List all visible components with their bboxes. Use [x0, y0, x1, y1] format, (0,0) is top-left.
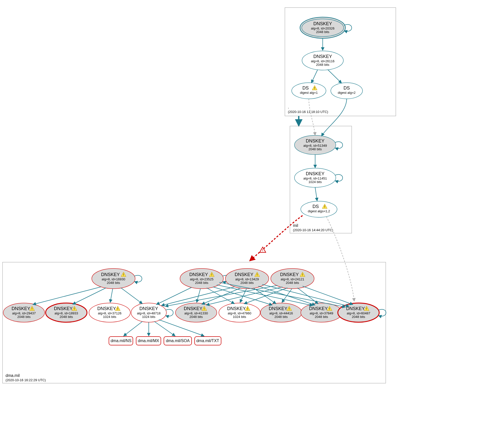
svg-text:!: !	[32, 307, 33, 311]
svg-text:1024 bits: 1024 bits	[103, 315, 116, 319]
svg-text:DNSKEY: DNSKEY	[306, 138, 324, 143]
node-dnskey-29437[interactable]: DNSKEY alg=8, id=29437 2048 bits !	[3, 303, 45, 322]
zone-dma-label: dma.mil	[6, 373, 20, 378]
node-dnskey-11451[interactable]: DNSKEY alg=8, id=11451 1024 bits	[294, 168, 336, 187]
svg-text:1024 bits: 1024 bits	[233, 315, 246, 319]
edge-selfloop	[335, 174, 343, 181]
svg-text:DNSKEY: DNSKEY	[313, 21, 332, 26]
node-dnskey-18933[interactable]: DNSKEY alg=8, id=18933 2048 bits !	[46, 303, 87, 322]
svg-text:DS: DS	[312, 204, 319, 209]
svg-text:!: !	[211, 273, 212, 277]
svg-text:2048 bits: 2048 bits	[190, 315, 203, 319]
svg-text:2048 bits: 2048 bits	[275, 315, 288, 319]
svg-text:DNSKEY: DNSKEY	[227, 306, 246, 311]
node-dnskey-23525[interactable]: DNSKEY alg=8, id=23525 2048 bits !	[180, 268, 223, 289]
svg-text:DNSKEY: DNSKEY	[235, 272, 253, 277]
svg-text:!: !	[366, 307, 367, 311]
svg-text:!: !	[74, 307, 75, 311]
svg-text:1024 bits: 1024 bits	[142, 315, 156, 319]
svg-text:!: !	[324, 205, 325, 208]
svg-text:1024 bits: 1024 bits	[309, 180, 322, 184]
svg-text:2048 bits: 2048 bits	[316, 63, 330, 67]
zone-mil-timestamp: (2020-10-16 14:44:20 UTC)	[293, 228, 333, 232]
svg-text:!: !	[204, 307, 205, 311]
node-dnskey-44416[interactable]: DNSKEY alg=8, id=44416 2048 bits !	[260, 303, 302, 322]
svg-text:dma.mil/MX: dma.mil/MX	[138, 339, 159, 343]
svg-text:DNSKEY: DNSKEY	[54, 306, 73, 311]
node-dnskey-41330[interactable]: DNSKEY alg=8, id=41330 2048 bits !	[175, 303, 217, 322]
edge-selfloop	[335, 142, 343, 148]
svg-text:dma.mil/NS: dma.mil/NS	[111, 339, 132, 343]
node-dnskey-13429[interactable]: DNSKEY alg=8, id=13429 2048 bits !	[225, 268, 269, 289]
node-dnskey-20326[interactable]: DNSKEY alg=8, id=20326 2048 bits	[300, 17, 345, 38]
svg-text:alg=8, id=23525: alg=8, id=23525	[190, 277, 213, 281]
svg-text:alg=8, id=18933: alg=8, id=18933	[54, 311, 78, 315]
edge-ds1-to-milksk	[309, 99, 315, 135]
svg-text:2048 bits: 2048 bits	[107, 281, 120, 285]
edge-mil-to-dma-error	[250, 216, 303, 261]
svg-text:DNSKEY: DNSKEY	[97, 306, 116, 311]
rrset-ns[interactable]: dma.mil/NS	[109, 337, 133, 345]
node-dnskey-37126[interactable]: DNSKEY alg=8, id=37126 1024 bits !	[89, 303, 130, 322]
zone-mil-label: mil	[293, 223, 298, 228]
node-dnskey-51349[interactable]: DNSKEY alg=8, id=51349 2048 bits	[294, 135, 336, 155]
svg-text:alg=8, id=37849: alg=8, id=37849	[310, 311, 333, 315]
svg-text:alg=8, id=29437: alg=8, id=29437	[12, 311, 36, 315]
svg-text:alg=8, id=20326: alg=8, id=20326	[311, 26, 334, 30]
node-dnskey-16930[interactable]: DNSKEY alg=8, id=16930 2048 bits !	[92, 268, 135, 289]
svg-text:2048 bits: 2048 bits	[316, 30, 330, 34]
svg-text:digest alg=1: digest alg=1	[300, 91, 318, 95]
svg-text:alg=8, id=60487: alg=8, id=60487	[347, 311, 370, 315]
node-dnskey-48718[interactable]: DNSKEY alg=8, id=48718 1024 bits	[131, 303, 166, 322]
zone-root: . (2020-10-16 11:18:10 UTC) DNSKEY alg=8…	[285, 8, 396, 116]
svg-text:DNSKEY: DNSKEY	[189, 272, 208, 277]
svg-text:2048 bits: 2048 bits	[195, 281, 208, 285]
zone-dma-timestamp: (2020-10-16 16:22:29 UTC)	[6, 378, 46, 382]
svg-text:!: !	[117, 307, 118, 311]
svg-text:2048 bits: 2048 bits	[315, 315, 328, 319]
svg-text:2048 bits: 2048 bits	[60, 315, 73, 319]
svg-text:2048 bits: 2048 bits	[352, 315, 365, 319]
svg-text:DNSKEY: DNSKEY	[306, 171, 324, 176]
svg-text:dma.mil/SOA: dma.mil/SOA	[166, 339, 190, 343]
node-dnskey-60487[interactable]: DNSKEY alg=8, id=60487 2048 bits !	[338, 303, 379, 322]
svg-text:DNSKEY: DNSKEY	[184, 306, 202, 311]
svg-text:DNSKEY: DNSKEY	[269, 306, 287, 311]
svg-text:2048 bits: 2048 bits	[309, 147, 322, 151]
svg-text:alg=8, id=48718: alg=8, id=48718	[137, 311, 160, 315]
svg-text:2048 bits: 2048 bits	[241, 281, 254, 285]
svg-text:digest algs=1,2: digest algs=1,2	[308, 209, 330, 213]
svg-text:!: !	[314, 86, 315, 90]
node-ds-alg2[interactable]: DS digest alg=2	[331, 83, 363, 99]
svg-text:DNSKEY: DNSKEY	[139, 306, 158, 311]
svg-text:DNSKEY: DNSKEY	[346, 306, 365, 311]
node-ds-alg1[interactable]: DS digest alg=1 !	[292, 83, 326, 99]
node-dnskey-37849[interactable]: DNSKEY alg=8, id=37849 2048 bits !	[301, 303, 342, 322]
edge-selfloop	[166, 309, 173, 316]
node-ds-algs12[interactable]: DS digest algs=1,2 !	[301, 201, 337, 217]
zone-root-timestamp: (2020-10-16 11:18:10 UTC)	[288, 110, 328, 114]
svg-text:alg=8, id=47860: alg=8, id=47860	[228, 311, 251, 315]
svg-text:!: !	[329, 307, 330, 311]
svg-text:DS: DS	[302, 85, 309, 91]
edge-ds2-to-milksk	[321, 99, 347, 136]
svg-text:alg=8, id=26116: alg=8, id=26116	[311, 59, 334, 63]
edge	[315, 187, 317, 201]
svg-text:!: !	[302, 273, 303, 277]
svg-text:alg=8, id=16930: alg=8, id=16930	[102, 277, 125, 281]
svg-text:DNSKEY: DNSKEY	[280, 272, 299, 277]
rrset-soa[interactable]: dma.mil/SOA	[164, 337, 192, 345]
edge-selfloop	[134, 275, 142, 282]
svg-text:alg=8, id=37126: alg=8, id=37126	[98, 311, 121, 315]
svg-text:2048 bits: 2048 bits	[286, 281, 299, 285]
svg-text:!: !	[289, 307, 290, 311]
svg-text:!: !	[257, 273, 258, 277]
rrset-txt[interactable]: dma.mil/TXT	[195, 337, 221, 345]
svg-text:alg=8, id=11451: alg=8, id=11451	[303, 176, 327, 180]
svg-text:DNSKEY: DNSKEY	[313, 54, 332, 59]
svg-text:alg=8, id=44416: alg=8, id=44416	[269, 311, 293, 315]
node-dnskey-47860[interactable]: DNSKEY alg=8, id=47860 1024 bits !	[219, 303, 260, 322]
svg-text:DS: DS	[343, 85, 350, 91]
node-dnskey-26116[interactable]: DNSKEY alg=8, id=26116 2048 bits	[302, 51, 343, 70]
rrset-mx[interactable]: dma.mil/MX	[136, 337, 161, 345]
